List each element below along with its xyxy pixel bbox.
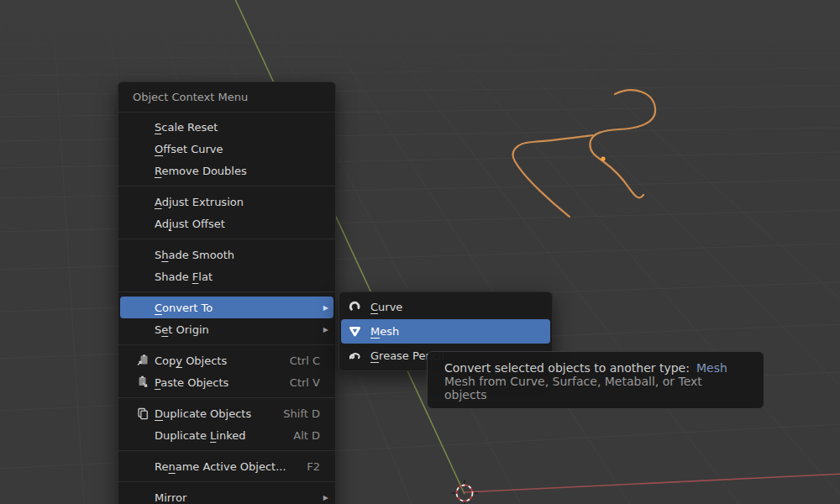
menu-item-duplicate-objects[interactable]: Duplicate Objects Shift D xyxy=(120,402,333,424)
object-origin-dot xyxy=(601,156,605,160)
tooltip-detail: Mesh from Curve, Surface, Metaball, or T… xyxy=(444,375,747,402)
menu-item-duplicate-linked[interactable]: Duplicate Linked Alt D xyxy=(120,424,333,446)
menu-separator xyxy=(118,186,335,186)
submenu-arrow-icon: ▶ xyxy=(318,326,328,333)
menu-item-copy-objects[interactable]: Copy Objects Ctrl C xyxy=(120,349,333,371)
menu-item-adjust-offset[interactable]: Adjust Offset xyxy=(120,213,333,234)
menu-item-label: Mirror xyxy=(155,491,186,504)
submenu-arrow-icon: ▶ xyxy=(318,494,328,501)
submenu-item-label: Curve xyxy=(370,301,402,313)
shortcut-label: Ctrl V xyxy=(290,376,328,389)
tooltip-description: Convert selected objects to another type… xyxy=(444,361,747,375)
menu-item-label: Scale Reset xyxy=(155,121,218,134)
object-context-menu: Object Context Menu Scale Reset Offset C… xyxy=(118,81,336,504)
submenu-item-curve[interactable]: Curve xyxy=(341,295,550,319)
menu-item-label: Offset Curve xyxy=(155,143,223,155)
menu-item-adjust-extrusion[interactable]: Adjust Extrusion xyxy=(120,191,333,213)
curve-icon xyxy=(348,300,362,314)
menu-separator xyxy=(118,344,335,345)
shortcut-label: Ctrl C xyxy=(290,354,328,367)
submenu-item-mesh[interactable]: Mesh xyxy=(341,319,550,344)
paste-icon xyxy=(130,375,155,389)
menu-item-label: Rename Active Object... xyxy=(155,460,286,473)
menu-item-shade-smooth[interactable]: Shade Smooth xyxy=(120,244,333,265)
menu-separator xyxy=(118,481,335,482)
menu-item-rename-active-object[interactable]: Rename Active Object... F2 xyxy=(120,455,333,477)
menu-item-label: Copy Objects xyxy=(155,354,227,367)
menu-item-label: Shade Smooth xyxy=(155,249,234,261)
tooltip: Convert selected objects to another type… xyxy=(427,351,764,409)
menu-item-label: Convert To xyxy=(155,302,213,314)
submenu-item-label: Mesh xyxy=(370,325,399,338)
menu-item-label: Duplicate Linked xyxy=(155,429,246,442)
menu-item-shade-flat[interactable]: Shade Flat xyxy=(120,265,333,287)
menu-item-label: Adjust Extrusion xyxy=(155,196,244,208)
menu-item-set-origin[interactable]: Set Origin ▶ xyxy=(120,318,333,340)
menu-separator xyxy=(118,291,335,292)
menu-item-convert-to[interactable]: Convert To ▶ xyxy=(120,297,333,318)
menu-title: Object Context Menu xyxy=(118,82,335,113)
submenu-arrow-icon: ▶ xyxy=(318,304,328,312)
menu-item-remove-doubles[interactable]: Remove Doubles xyxy=(120,160,333,181)
shortcut-label: F2 xyxy=(307,460,328,473)
duplicate-icon xyxy=(130,407,155,420)
shortcut-label: Shift D xyxy=(283,407,328,420)
tooltip-value: Mesh xyxy=(696,361,727,375)
menu-item-scale-reset[interactable]: Scale Reset xyxy=(120,116,333,138)
menu-item-label: Shade Flat xyxy=(155,270,213,283)
shortcut-label: Alt D xyxy=(293,429,328,442)
menu-separator xyxy=(118,239,335,239)
axis-x-red xyxy=(465,474,840,492)
blender-window: Object Context Menu Scale Reset Offset C… xyxy=(0,0,840,504)
mesh-icon xyxy=(348,324,362,339)
menu-separator xyxy=(118,450,335,451)
menu-separator xyxy=(118,397,335,398)
copy-icon xyxy=(130,354,155,367)
menu-item-label: Adjust Offset xyxy=(155,218,225,230)
grease-pencil-icon xyxy=(348,349,362,363)
menu-item-label: Set Origin xyxy=(155,323,209,336)
menu-item-label: Paste Objects xyxy=(155,376,228,389)
menu-item-label: Remove Doubles xyxy=(155,165,247,177)
menu-item-label: Duplicate Objects xyxy=(155,407,251,420)
menu-item-mirror[interactable]: Mirror ▶ xyxy=(120,486,333,504)
menu-item-offset-curve[interactable]: Offset Curve xyxy=(120,138,333,160)
menu-item-paste-objects[interactable]: Paste Objects Ctrl V xyxy=(120,371,333,393)
